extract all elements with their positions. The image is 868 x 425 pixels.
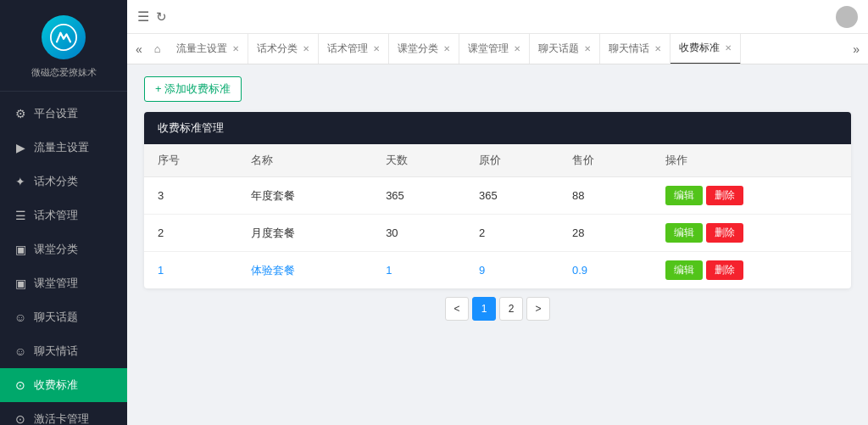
sidebar-menu: ⚙ 平台设置 ▶ 流量主设置 ✦ 话术分类 ☰ 话术管理 ▣ 课堂分类 ▣ 课堂…	[0, 92, 127, 425]
page-2[interactable]: 2	[499, 297, 523, 321]
sidebar-item-topic-mgr[interactable]: ☰ 话术管理	[0, 199, 127, 232]
sidebar-item-class-mgr[interactable]: ▣ 课堂管理	[0, 266, 127, 300]
tab-billing[interactable]: 收费标准 ✕	[670, 34, 741, 64]
table-row: 2月度套餐30228编辑删除	[144, 215, 851, 252]
sidebar-item-traffic[interactable]: ▶ 流量主设置	[0, 131, 127, 165]
sidebar-label-class-cat: 课堂分类	[34, 242, 78, 257]
sidebar-item-chat-topic[interactable]: ☺ 聊天话题	[0, 300, 127, 334]
tab-close-class-mgr[interactable]: ✕	[514, 44, 520, 53]
edit-button[interactable]: 编辑	[665, 186, 703, 205]
heart-icon: ☺	[14, 344, 27, 358]
sidebar-label-platform: 平台设置	[34, 106, 78, 121]
tab-close-topic-mgr[interactable]: ✕	[373, 44, 380, 53]
brand-name: 微磁恋爱撩妹术	[31, 66, 97, 79]
tab-chat-mood[interactable]: 聊天情话 ✕	[600, 34, 670, 64]
delete-button[interactable]: 删除	[706, 260, 743, 280]
menu-icon[interactable]: ☰	[137, 8, 149, 25]
content-area: + 添加收费标准 收费标准管理 序号 名称 天数 原价 售价 操作 3年	[127, 64, 868, 425]
tab-traffic[interactable]: 流量主设置 ✕	[168, 34, 248, 64]
grid-icon: ▣	[14, 243, 27, 256]
col-name: 名称	[237, 144, 372, 177]
sidebar-label-activation: 激活卡管理	[34, 411, 89, 425]
edit-button[interactable]: 编辑	[665, 223, 703, 243]
table-card: 收费标准管理 序号 名称 天数 原价 售价 操作 3年度套餐36536588编辑…	[144, 112, 851, 288]
col-sale: 售价	[559, 144, 652, 177]
play-icon: ▶	[14, 141, 27, 154]
sidebar-label-topic-cat: 话术分类	[34, 174, 78, 189]
sidebar-logo: 微磁恋爱撩妹术	[0, 0, 127, 92]
sidebar-item-class-cat[interactable]: ▣ 课堂分类	[0, 232, 127, 266]
tab-close-traffic[interactable]: ✕	[232, 44, 239, 53]
delete-button[interactable]: 删除	[706, 223, 743, 243]
page-next[interactable]: >	[526, 297, 550, 321]
col-id: 序号	[144, 144, 237, 177]
delete-button[interactable]: 删除	[706, 186, 743, 205]
sidebar-label-topic-mgr: 话术管理	[34, 208, 78, 223]
sidebar-label-chat-mood: 聊天情话	[34, 344, 78, 359]
page-1[interactable]: 1	[472, 297, 496, 321]
sidebar-label-class-mgr: 课堂管理	[34, 276, 78, 291]
logo-circle	[42, 15, 86, 59]
pagination: < 1 2 >	[144, 288, 851, 324]
sidebar-item-platform[interactable]: ⚙ 平台设置	[0, 97, 127, 131]
tab-nav-left[interactable]: «	[131, 42, 147, 56]
sidebar-label-billing: 收费标准	[34, 377, 78, 393]
sidebar-item-billing[interactable]: ⊙ 收费标准	[0, 368, 127, 402]
page-prev[interactable]: <	[445, 297, 469, 321]
col-days: 天数	[372, 144, 465, 177]
tab-topic-cat[interactable]: 话术分类 ✕	[248, 34, 319, 64]
billing-table: 序号 名称 天数 原价 售价 操作 3年度套餐36536588编辑删除2月度套餐…	[144, 144, 851, 288]
tabbar: « ⌂ 流量主设置 ✕ 话术分类 ✕ 话术管理 ✕ 课堂分类 ✕ 课堂管理 ✕ …	[127, 34, 868, 64]
sidebar-item-chat-mood[interactable]: ☺ 聊天情话	[0, 334, 127, 368]
add-billing-button[interactable]: + 添加收费标准	[144, 76, 242, 102]
sidebar: 微磁恋爱撩妹术 ⚙ 平台设置 ▶ 流量主设置 ✦ 话术分类 ☰ 话术管理 ▣ 课…	[0, 0, 127, 425]
tab-close-class-cat[interactable]: ✕	[443, 44, 450, 53]
col-original: 原价	[465, 144, 559, 177]
tab-close-chat-topic[interactable]: ✕	[584, 44, 591, 53]
tab-class-mgr[interactable]: 课堂管理 ✕	[459, 34, 530, 64]
sidebar-item-topic-cat[interactable]: ✦ 话术分类	[0, 165, 127, 199]
home-icon[interactable]: ⌂	[147, 42, 168, 55]
tab-close-billing[interactable]: ✕	[725, 43, 732, 53]
main: ☰ ↻ « ⌂ 流量主设置 ✕ 话术分类 ✕ 话术管理 ✕ 课堂分类 ✕ 课堂管…	[127, 0, 868, 425]
table-row: 3年度套餐36536588编辑删除	[144, 177, 851, 215]
table-header: 收费标准管理	[144, 112, 851, 144]
card-icon: ⊙	[14, 412, 27, 425]
topbar: ☰ ↻	[127, 0, 868, 34]
refresh-icon[interactable]: ↻	[156, 9, 167, 25]
tab-close-chat-mood[interactable]: ✕	[654, 44, 661, 53]
sidebar-label-chat-topic: 聊天话题	[34, 310, 78, 325]
tab-close-topic-cat[interactable]: ✕	[303, 44, 309, 53]
tab-chat-topic[interactable]: 聊天话题 ✕	[530, 34, 600, 64]
list-icon: ☰	[14, 209, 27, 222]
table-header-row: 序号 名称 天数 原价 售价 操作	[144, 144, 851, 177]
plus-icon: ✦	[14, 175, 27, 188]
avatar	[836, 6, 858, 28]
table-row: 1体验套餐190.9编辑删除	[144, 252, 851, 289]
tab-class-cat[interactable]: 课堂分类 ✕	[389, 34, 459, 64]
sidebar-label-traffic: 流量主设置	[34, 140, 89, 155]
col-actions: 操作	[652, 144, 851, 177]
tab-nav-right[interactable]: »	[848, 42, 865, 56]
billing-icon: ⊙	[14, 378, 27, 392]
sidebar-item-activation[interactable]: ⊙ 激活卡管理	[0, 402, 127, 425]
book-icon: ▣	[14, 277, 27, 290]
tab-topic-mgr[interactable]: 话术管理 ✕	[319, 34, 389, 64]
chat-icon: ☺	[14, 310, 27, 324]
gear-icon: ⚙	[14, 107, 27, 120]
edit-button[interactable]: 编辑	[665, 260, 703, 280]
